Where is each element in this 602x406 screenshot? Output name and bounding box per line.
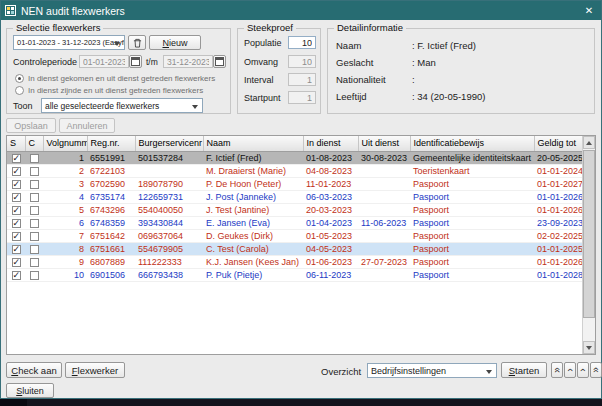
naam-cell: D. Geukes (Dirk): [203, 229, 303, 242]
s-checkbox-cell: [7, 151, 25, 164]
nationaliteit-value: :: [412, 74, 415, 85]
omvang-input[interactable]: [288, 55, 316, 68]
s-checkbox[interactable]: [12, 154, 21, 163]
identificatiebewijs-cell: Paspoort: [410, 255, 534, 268]
s-checkbox[interactable]: [12, 258, 21, 267]
geldig-tot-cell: 01-01-2027: [534, 177, 584, 190]
toon-select[interactable]: alle geselecteerde flexwerkers: [41, 98, 203, 113]
scrollbar-thumb[interactable]: [583, 150, 595, 318]
c-checkbox[interactable]: [30, 167, 39, 176]
date-from-calendar-button[interactable]: [129, 55, 142, 68]
table-row[interactable]: 106901506666793438P. Puk (Pietje)06-11-2…: [7, 268, 584, 281]
last-record-button[interactable]: »: [590, 362, 602, 378]
close-button[interactable]: ✕: [577, 1, 601, 20]
s-checkbox[interactable]: [12, 206, 21, 215]
overzicht-select[interactable]: Bedrijfsinstellingen: [367, 363, 497, 378]
populatie-input[interactable]: [288, 36, 316, 49]
column-header-geldig-tot[interactable]: Geldig tot: [534, 136, 584, 151]
table-row[interactable]: 86751661554679905C. Test (Carola)04-05-2…: [7, 242, 584, 255]
c-checkbox[interactable]: [30, 245, 39, 254]
c-checkbox[interactable]: [30, 219, 39, 228]
column-header-volgnumm-[interactable]: Volgnumm...: [43, 136, 87, 151]
s-checkbox-cell: [7, 164, 25, 177]
s-checkbox[interactable]: [12, 193, 21, 202]
c-checkbox-cell: [25, 242, 43, 255]
interval-input[interactable]: [288, 73, 316, 86]
column-header-reg-nr-[interactable]: Reg.nr.: [87, 136, 135, 151]
annuleren-button[interactable]: Annuleren: [59, 118, 115, 133]
column-header-identificatiebewijs[interactable]: Identificatiebewijs: [410, 136, 534, 151]
table-row[interactable]: 66748359393430844E. Jansen (Eva)01-04-20…: [7, 216, 584, 229]
bsn-cell: 111222333: [135, 255, 203, 268]
radio-in-dienst-zijnde[interactable]: [15, 86, 24, 95]
in-dienst-cell: 06-11-2023: [303, 268, 358, 281]
first-record-button[interactable]: «: [551, 362, 563, 378]
volgnummer-cell: 4: [43, 190, 87, 203]
flexwerker-button[interactable]: Flexwerker: [65, 362, 125, 378]
identificatiebewijs-cell: Paspoort: [410, 229, 534, 242]
table-row[interactable]: 26722103M. Draaierst (Marie)04-08-2023To…: [7, 164, 584, 177]
delete-period-button[interactable]: [128, 35, 146, 50]
s-checkbox-cell: [7, 203, 25, 216]
bsn-cell: 393430844: [135, 216, 203, 229]
c-checkbox[interactable]: [30, 180, 39, 189]
date-to-input[interactable]: [163, 55, 213, 68]
c-checkbox-cell: [25, 268, 43, 281]
date-to-calendar-button[interactable]: [213, 55, 226, 68]
starten-button[interactable]: Starten: [501, 362, 547, 378]
title-bar[interactable]: NEN audit flexwerkers ✕: [1, 1, 601, 20]
table-scrollbar[interactable]: [582, 136, 595, 354]
table-row[interactable]: 46735174122659731J. Post (Janneke)06-03-…: [7, 190, 584, 203]
period-select[interactable]: 01-01-2023 - 31-12-2023 (Easyflex): [13, 35, 125, 50]
c-checkbox[interactable]: [30, 154, 39, 163]
naam-cell: K.J. Jansen (Kees Jan): [203, 255, 303, 268]
identificatiebewijs-cell: Gemeentelijke identiteitskaart: [410, 151, 534, 164]
overzicht-select-value: Bedrijfsinstellingen: [371, 366, 446, 376]
column-header-s[interactable]: S: [7, 136, 25, 151]
table-row[interactable]: 16551991501537284F. Ictief (Fred)01-08-2…: [7, 151, 584, 164]
c-checkbox[interactable]: [30, 193, 39, 202]
column-header-naam[interactable]: Naam: [203, 136, 303, 151]
s-checkbox-cell: [7, 190, 25, 203]
previous-record-button[interactable]: ‹: [564, 362, 576, 378]
startpunt-input[interactable]: [288, 91, 316, 104]
in-dienst-cell: 20-03-2023: [303, 203, 358, 216]
next-record-button[interactable]: ›: [577, 362, 589, 378]
c-checkbox[interactable]: [30, 271, 39, 280]
volgnummer-cell: 8: [43, 242, 87, 255]
opslaan-button[interactable]: Opslaan: [6, 118, 56, 133]
s-checkbox[interactable]: [12, 219, 21, 228]
identificatiebewijs-cell: Paspoort: [410, 203, 534, 216]
column-header-c[interactable]: C: [25, 136, 43, 151]
uit-dienst-cell: [358, 229, 410, 242]
nieuw-button[interactable]: Nieuw: [149, 35, 201, 50]
c-checkbox[interactable]: [30, 258, 39, 267]
column-header-in-dienst[interactable]: In dienst: [303, 136, 358, 151]
check-aan-button[interactable]: Check aan: [6, 362, 62, 378]
table-row[interactable]: 76751642069637064D. Geukes (Dirk)01-05-2…: [7, 229, 584, 242]
c-checkbox[interactable]: [30, 232, 39, 241]
radio-in-dienst-gekomen[interactable]: [15, 74, 24, 83]
sluiten-button[interactable]: Sluiten: [6, 383, 54, 398]
identificatiebewijs-cell: Paspoort: [410, 242, 534, 255]
regnr-cell: 6901506: [87, 268, 135, 281]
column-header-uit-dienst[interactable]: Uit dienst: [358, 136, 410, 151]
in-dienst-cell: 11-01-2023: [303, 177, 358, 190]
chevron-down-icon: ›: [577, 368, 589, 371]
scroll-up-button[interactable]: [583, 136, 595, 149]
scroll-down-button[interactable]: [583, 341, 595, 354]
s-checkbox[interactable]: [12, 232, 21, 241]
s-checkbox[interactable]: [12, 167, 21, 176]
c-checkbox[interactable]: [30, 206, 39, 215]
column-header-burgerservicenr[interactable]: Burgerservicenr: [135, 136, 203, 151]
s-checkbox[interactable]: [12, 180, 21, 189]
table-row[interactable]: 56743296554040050J. Test (Jantine)20-03-…: [7, 203, 584, 216]
table-row[interactable]: 36702590189078790P. De Hoon (Peter)11-01…: [7, 177, 584, 190]
s-checkbox[interactable]: [12, 245, 21, 254]
s-checkbox[interactable]: [12, 271, 21, 280]
date-from-input[interactable]: [79, 55, 129, 68]
in-dienst-cell: 01-06-2023: [303, 255, 358, 268]
table-row[interactable]: 96807889111222333K.J. Jansen (Kees Jan)0…: [7, 255, 584, 268]
leeftijd-value: : 34 (20-05-1990): [412, 91, 485, 102]
bsn-cell: 666793438: [135, 268, 203, 281]
